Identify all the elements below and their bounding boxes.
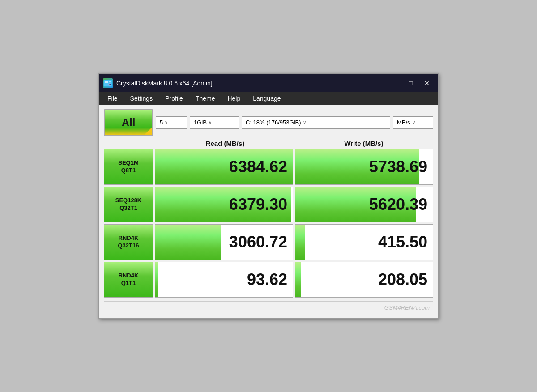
- row-label-1: SEQ128KQ32T1: [104, 187, 153, 222]
- close-button[interactable]: ✕: [420, 77, 434, 89]
- read-header: Read (MB/s): [156, 140, 294, 147]
- read-cell-0: 6384.62: [155, 149, 293, 185]
- count-chevron: ∨: [165, 120, 168, 125]
- row-values-2: 3060.72415.50: [155, 224, 433, 260]
- row-label-2: RND4KQ32T16: [104, 224, 153, 260]
- write-cell-3: 208.05: [295, 262, 433, 298]
- read-cell-1: 6379.30: [155, 187, 293, 222]
- watermark: GSM4RENA.com: [384, 304, 430, 311]
- row-label-0: SEQ1MQ8T1: [104, 149, 153, 185]
- read-cell-2: 3060.72: [155, 224, 293, 260]
- maximize-button[interactable]: □: [404, 77, 418, 89]
- menu-bar: FileSettingsProfileThemeHelpLanguage: [99, 92, 438, 105]
- write-cell-2: 415.50: [295, 224, 433, 260]
- controls-row: All 5 ∨ 1GiB ∨ C: 18% (176/953GiB) ∨ MB/…: [104, 109, 433, 136]
- title-bar-left: CrystalDiskMark 8.0.6 x64 [Admin]: [103, 78, 213, 88]
- title-bar: CrystalDiskMark 8.0.6 x64 [Admin] — □ ✕: [99, 74, 438, 92]
- bench-row-3: RND4KQ1T193.62208.05: [104, 262, 433, 298]
- read-cell-3: 93.62: [155, 262, 293, 298]
- status-bar: GSM4RENA.com: [104, 301, 433, 314]
- drive-chevron: ∨: [303, 120, 306, 125]
- write-cell-1: 5620.39: [295, 187, 433, 222]
- drive-value: C: 18% (176/953GiB): [246, 119, 301, 126]
- main-window: CrystalDiskMark 8.0.6 x64 [Admin] — □ ✕ …: [98, 73, 439, 319]
- size-value: 1GiB: [194, 119, 207, 126]
- all-button[interactable]: All: [104, 109, 153, 136]
- menu-item-file[interactable]: File: [101, 92, 124, 105]
- svg-rect-2: [109, 81, 111, 82]
- window-title: CrystalDiskMark 8.0.6 x64 [Admin]: [116, 80, 213, 87]
- count-dropdown[interactable]: 5 ∨: [156, 116, 187, 129]
- row-values-3: 93.62208.05: [155, 262, 433, 298]
- drive-dropdown[interactable]: C: 18% (176/953GiB) ∨: [242, 116, 390, 129]
- unit-chevron: ∨: [412, 120, 415, 125]
- size-chevron: ∨: [209, 120, 212, 125]
- write-cell-0: 5738.69: [295, 149, 433, 185]
- bench-row-0: SEQ1MQ8T16384.625738.69: [104, 149, 433, 185]
- app-icon: [103, 78, 113, 88]
- menu-item-language[interactable]: Language: [247, 92, 287, 105]
- benchmark-rows: SEQ1MQ8T16384.625738.69SEQ128KQ32T16379.…: [104, 149, 433, 298]
- column-headers: Read (MB/s) Write (MB/s): [156, 140, 433, 147]
- size-dropdown[interactable]: 1GiB ∨: [190, 116, 239, 129]
- svg-point-4: [109, 84, 110, 85]
- count-value: 5: [160, 119, 163, 126]
- svg-rect-1: [105, 81, 108, 83]
- minimize-button[interactable]: —: [388, 77, 402, 89]
- main-content: All 5 ∨ 1GiB ∨ C: 18% (176/953GiB) ∨ MB/…: [99, 105, 438, 318]
- bench-row-2: RND4KQ32T163060.72415.50: [104, 224, 433, 260]
- menu-item-theme[interactable]: Theme: [189, 92, 222, 105]
- bench-row-1: SEQ128KQ32T16379.305620.39: [104, 187, 433, 222]
- menu-item-help[interactable]: Help: [221, 92, 247, 105]
- row-label-3: RND4KQ1T1: [104, 262, 153, 298]
- unit-value: MB/s: [397, 119, 410, 126]
- menu-item-profile[interactable]: Profile: [159, 92, 189, 105]
- write-header: Write (MB/s): [294, 140, 433, 147]
- row-values-1: 6379.305620.39: [155, 187, 433, 222]
- row-values-0: 6384.625738.69: [155, 149, 433, 185]
- unit-dropdown[interactable]: MB/s ∨: [393, 116, 433, 129]
- menu-item-settings[interactable]: Settings: [124, 92, 159, 105]
- window-controls: — □ ✕: [388, 77, 434, 89]
